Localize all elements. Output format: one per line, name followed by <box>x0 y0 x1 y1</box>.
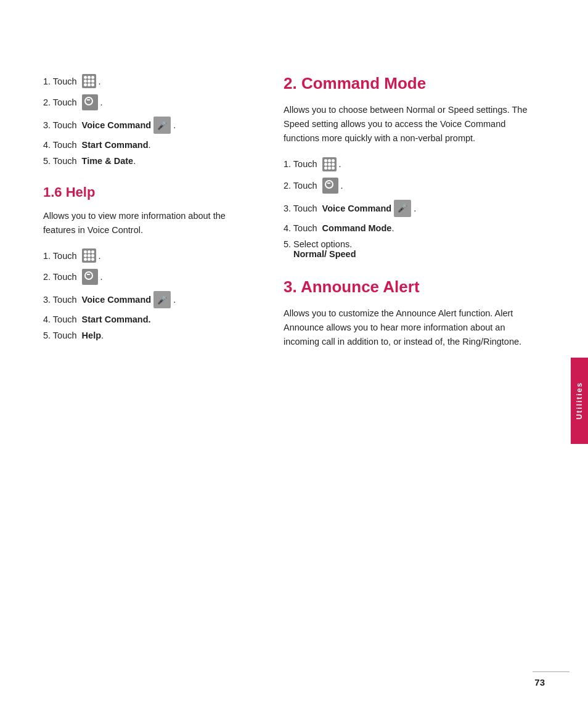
step-2-4: 4. Touch Start Command. <box>43 314 234 324</box>
page-wrapper: 1. Touch . 2. Touch . 3. Touch Voice Com… <box>0 0 588 706</box>
apps-icon <box>82 74 96 88</box>
page-number: 73 <box>534 677 545 688</box>
mic-icon: 🎤 <box>394 200 411 217</box>
step-suffix: . <box>341 181 343 191</box>
step-suffix: . <box>149 140 151 150</box>
step-num: 3. Touch <box>43 120 77 130</box>
step-1-3: 3. Touch Voice Command 🎤 . <box>43 117 234 134</box>
section-command-para: Allows you to choose between Normal or S… <box>284 103 539 146</box>
section-help-para: Allows you to view more information abou… <box>43 209 234 237</box>
right-column: 2. Command Mode Allows you to choose bet… <box>259 0 588 706</box>
step-select-text: 5. Select options. <box>284 239 352 249</box>
step-num: 4. Touch <box>43 314 77 324</box>
step-2-2: 2. Touch . <box>43 269 234 285</box>
step-num: 3. Touch <box>284 203 317 213</box>
step-bold: Voice Command <box>322 203 392 213</box>
step-num: 1. Touch <box>43 251 77 261</box>
step-r-5: 5. Select options. Normal/ Speed <box>284 239 539 259</box>
step-options: Normal/ Speed <box>284 249 356 259</box>
step-1-5: 5. Touch Time & Date . <box>43 156 234 166</box>
section-time-date: 1. Touch . 2. Touch . 3. Touch Voice Com… <box>43 74 234 166</box>
step-r-1: 1. Touch . <box>284 157 539 171</box>
utilities-sidebar-tab: Utilities <box>571 358 588 444</box>
step-bold: Voice Command <box>82 295 152 305</box>
step-num: 3. Touch <box>43 295 77 305</box>
step-num: 2. Touch <box>284 181 317 191</box>
recent-icon <box>82 94 98 110</box>
left-column: 1. Touch . 2. Touch . 3. Touch Voice Com… <box>0 0 259 706</box>
step-suffix: . <box>100 272 103 282</box>
section-announce-para: Allows you to customize the Announce Ale… <box>284 306 539 350</box>
step-suffix: . <box>100 97 103 107</box>
section-command-mode: 2. Command Mode Allows you to choose bet… <box>284 74 539 259</box>
step-r-2: 2. Touch . <box>284 178 539 194</box>
apps-icon <box>82 248 96 263</box>
step-suffix: . <box>391 223 394 233</box>
step-bold: Start Command <box>82 140 149 150</box>
step-2-1: 1. Touch . <box>43 248 234 263</box>
step-r-3: 3. Touch Voice Command 🎤 . <box>284 200 539 217</box>
step-bold: Start Command. <box>82 314 151 324</box>
step-num: 4. Touch <box>284 223 317 233</box>
step-num: 2. Touch <box>43 97 77 107</box>
recent-icon <box>82 269 98 285</box>
section-announce-alert: 3. Announce Alert Allows you to customiz… <box>284 277 539 350</box>
step-1-2: 2. Touch . <box>43 94 234 110</box>
step-num: 5. Touch <box>43 156 77 166</box>
step-bold: Help <box>82 330 101 340</box>
step-bold: Command Mode <box>322 223 392 233</box>
step-suffix: . <box>99 251 101 261</box>
section-heading-announce: 3. Announce Alert <box>284 277 539 297</box>
step-suffix: . <box>173 120 176 130</box>
step-num: 5. Touch <box>43 330 77 340</box>
apps-icon <box>322 157 337 171</box>
section-help: 1.6 Help Allows you to view more informa… <box>43 184 234 340</box>
step-2-3: 3. Touch Voice Command 🎤 . <box>43 291 234 308</box>
step-num: 4. Touch <box>43 140 77 150</box>
step-suffix: . <box>101 330 104 340</box>
mic-icon: 🎤 <box>153 291 171 308</box>
step-suffix: . <box>133 156 136 166</box>
section-heading-command: 2. Command Mode <box>284 74 539 93</box>
step-suffix: . <box>339 159 341 169</box>
step-num: 1. Touch <box>284 159 317 169</box>
step-num: 2. Touch <box>43 272 77 282</box>
step-1-4: 4. Touch Start Command . <box>43 140 234 150</box>
step-bold: Time & Date <box>82 156 134 166</box>
step-2-5: 5. Touch Help . <box>43 330 234 340</box>
utilities-label: Utilities <box>575 382 584 419</box>
step-bold: Voice Command <box>82 120 152 130</box>
step-suffix: . <box>173 295 176 305</box>
step-suffix: . <box>414 203 416 213</box>
page-divider <box>533 671 570 672</box>
step-1-1: 1. Touch . <box>43 74 234 88</box>
step-num: 1. Touch <box>43 76 77 86</box>
step-suffix: . <box>99 76 101 86</box>
recent-icon <box>322 178 338 194</box>
section-heading-help: 1.6 Help <box>43 184 234 200</box>
step-r-4: 4. Touch Command Mode . <box>284 223 539 233</box>
mic-icon: 🎤 <box>153 117 171 134</box>
